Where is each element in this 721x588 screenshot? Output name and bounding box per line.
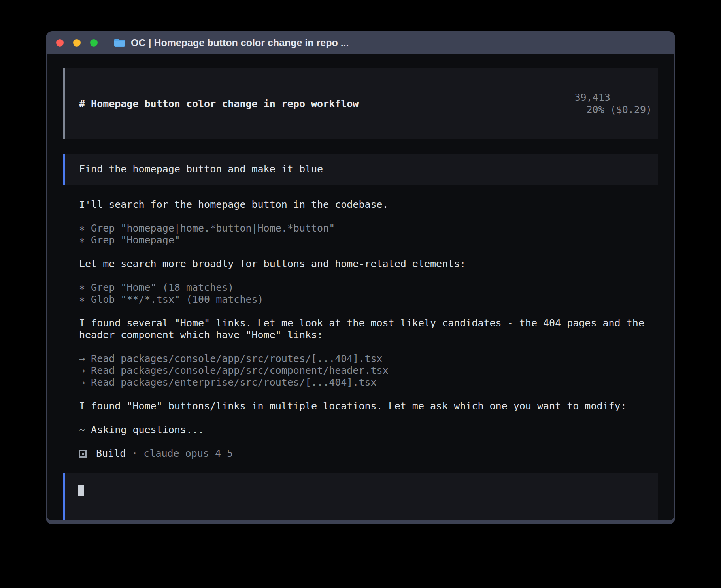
text-cursor [78,485,84,496]
assistant-text: I'll search for the homepage button in t… [79,199,658,211]
prompt-input[interactable]: Build Claude Opus 4.5 OpenCode Zen [63,473,658,520]
assistant-activity: ~ Asking questions... [79,424,658,436]
zoom-button[interactable] [90,39,98,47]
tool-call-group: ∗ Grep "homepage|home.*button|Home.*butt… [79,222,658,246]
token-count: 39,413 [574,92,610,103]
context-usage: 20% ($0.29) [586,104,652,115]
terminal-content: # Homepage button color change in repo w… [47,54,674,520]
agent-icon [79,450,87,458]
assistant-text: I found "Home" buttons/links in multiple… [79,400,658,412]
assistant-text: I found several "Home" links. Let me loo… [79,317,658,341]
folder-icon [113,38,125,47]
session-stats: 39,413 20% ($0.29) [527,79,652,128]
tool-call-grep: ∗ Grep "homepage|home.*button|Home.*butt… [79,222,658,234]
assistant-transcript: I'll search for the homepage button in t… [79,199,658,460]
tool-call-read: → Read packages/console/app/src/routes/[… [79,353,658,365]
terminal-window: OC | Homepage button color change in rep… [46,31,675,524]
tool-call-read: → Read packages/enterprise/src/routes/[.… [79,377,658,388]
window-title: OC | Homepage button color change in rep… [131,37,349,49]
tool-call-group: → Read packages/console/app/src/routes/[… [79,353,658,388]
user-message: Find the homepage button and make it blu… [63,154,658,185]
tool-call-grep: ∗ Grep "Homepage" [79,234,658,246]
agent-status-row: Build · claude-opus-4-5 [79,448,658,460]
tool-call-glob: ∗ Glob "**/*.tsx" (100 matches) [79,294,658,305]
close-button[interactable] [56,39,64,47]
session-header: # Homepage button color change in repo w… [63,68,658,139]
assistant-text: Let me search more broadly for buttons a… [79,258,658,270]
tool-call-group: ∗ Grep "Home" (18 matches) ∗ Glob "**/*.… [79,282,658,305]
tool-call-grep: ∗ Grep "Home" (18 matches) [79,282,658,294]
input-status-line: Build Claude Opus 4.5 OpenCode Zen [78,507,652,520]
minimize-button[interactable] [73,39,81,47]
session-title: # Homepage button color change in repo w… [79,98,359,110]
tool-call-read: → Read packages/console/app/src/componen… [79,365,658,377]
model-name: claude-opus-4-5 [143,448,233,460]
mode-indicator: Build [126,519,155,520]
window-titlebar[interactable]: OC | Homepage button color change in rep… [46,31,675,54]
status-separator: · [132,448,138,460]
agent-name: Build [96,448,126,460]
traffic-lights [56,39,98,47]
user-message-text: Find the homepage button and make it blu… [79,163,323,175]
